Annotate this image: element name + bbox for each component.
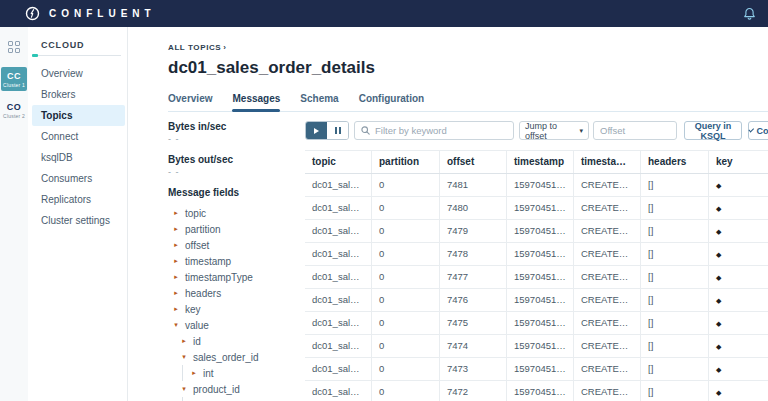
- cell-offset: 7472: [440, 381, 507, 401]
- sidebar-item-cluster-settings[interactable]: Cluster settings: [32, 210, 125, 231]
- cell-partition: 0: [372, 220, 440, 242]
- cluster-rail: CCCluster 1COCluster 2: [0, 27, 28, 401]
- cluster-initials: CC: [1, 71, 27, 81]
- cell-key: ◆: [709, 381, 768, 401]
- table-row[interactable]: dc01_sales_order_d...074811597045181204C…: [305, 174, 768, 197]
- sidebar-item-consumers[interactable]: Consumers: [32, 168, 125, 189]
- field-tree-item-product-id[interactable]: ▾product_id: [168, 381, 305, 397]
- cluster-badge-co[interactable]: COCluster 2: [1, 98, 27, 122]
- cell-topic: dc01_sales_order_d...: [305, 312, 372, 334]
- breadcrumb[interactable]: ALL TOPICS›: [168, 43, 768, 52]
- cell-partition: 0: [372, 358, 440, 380]
- query-in-ksql-button[interactable]: Query in KSQL: [684, 121, 742, 140]
- cell-key: ◆: [709, 266, 768, 288]
- field-tree-label: timestampType: [185, 272, 253, 283]
- chevron-down-icon: ▾: [180, 353, 188, 361]
- field-tree-item-value[interactable]: ▾value: [168, 317, 305, 333]
- bullet-icon: ▸: [172, 209, 180, 217]
- keyword-filter-input[interactable]: [375, 125, 507, 136]
- cell-topic: dc01_sales_order_d...: [305, 174, 372, 196]
- key-icon: ◆: [716, 205, 721, 212]
- bell-icon[interactable]: [743, 7, 756, 21]
- fields-panel-title: Message fields: [168, 187, 305, 198]
- sidebar-item-connect[interactable]: Connect: [32, 126, 125, 147]
- cell-key: ◆: [709, 197, 768, 219]
- sidebar-item-ksqldb[interactable]: ksqlDB: [32, 147, 125, 168]
- cell-timestamptype: CREATE_TIME: [574, 381, 641, 401]
- cell-offset: 7479: [440, 220, 507, 242]
- cell-timestamptype: CREATE_TIME: [574, 358, 641, 380]
- cell-offset: 7480: [440, 197, 507, 219]
- cluster-initials: CO: [1, 102, 27, 112]
- columns-button[interactable]: Columns: [748, 121, 768, 140]
- field-tree-item-partition[interactable]: ▸partition: [168, 221, 305, 237]
- cell-key: ◆: [709, 174, 768, 196]
- confluent-brand[interactable]: CONFLUENT: [25, 6, 156, 21]
- keyword-filter-box: [354, 121, 514, 140]
- sidebar-item-replicators[interactable]: Replicators: [32, 189, 125, 210]
- cell-partition: 0: [372, 174, 440, 196]
- key-icon: ◆: [716, 343, 721, 350]
- table-row[interactable]: dc01_sales_order_d...074741597045176204C…: [305, 335, 768, 358]
- bullet-icon: ▸: [190, 369, 198, 377]
- table-row[interactable]: dc01_sales_order_d...074731597045176204C…: [305, 358, 768, 381]
- pause-icon: [335, 127, 341, 134]
- field-tree-item-id[interactable]: ▸id: [168, 333, 305, 349]
- tab-overview[interactable]: Overview: [168, 93, 212, 111]
- play-button[interactable]: [306, 122, 327, 139]
- tab-configuration[interactable]: Configuration: [359, 93, 425, 111]
- cell-key: ◆: [709, 220, 768, 242]
- bullet-icon: ▸: [172, 289, 180, 297]
- metric-label: Bytes in/sec: [168, 121, 305, 133]
- column-header-timestamp: timestamp: [507, 151, 574, 173]
- table-row[interactable]: dc01_sales_order_d...074791597045181204C…: [305, 220, 768, 243]
- field-tree-item-key[interactable]: ▸key: [168, 301, 305, 317]
- cell-key: ◆: [709, 335, 768, 357]
- field-tree-item-int[interactable]: ▸int: [182, 365, 305, 381]
- cell-headers: []: [641, 266, 709, 288]
- tab-messages[interactable]: Messages: [232, 93, 280, 111]
- cell-topic: dc01_sales_order_d...: [305, 220, 372, 242]
- table-row[interactable]: dc01_sales_order_d...074801597045181204C…: [305, 197, 768, 220]
- field-tree-item-int[interactable]: ▸int: [182, 397, 305, 401]
- cell-timestamptype: CREATE_TIME: [574, 289, 641, 311]
- cell-key: ◆: [709, 243, 768, 265]
- messages-panel: Jump to offset ▾ Query in KSQL Columns: [305, 121, 768, 401]
- offset-input[interactable]: [593, 121, 677, 140]
- bullet-icon: ▸: [180, 337, 188, 345]
- cell-partition: 0: [372, 243, 440, 265]
- field-tree-item-topic[interactable]: ▸topic: [168, 205, 305, 221]
- cell-timestamptype: CREATE_TIME: [574, 220, 641, 242]
- sidebar-item-topics[interactable]: Topics: [32, 105, 125, 126]
- cell-headers: []: [641, 335, 709, 357]
- apps-grid-icon[interactable]: [8, 41, 20, 53]
- cluster-badge-cc[interactable]: CCCluster 1: [1, 67, 27, 91]
- field-tree-item-offset[interactable]: ▸offset: [168, 237, 305, 253]
- field-tree-item-timestamp[interactable]: ▸timestamp: [168, 253, 305, 269]
- field-tree-item-timestamptype[interactable]: ▸timestampType: [168, 269, 305, 285]
- table-row[interactable]: dc01_sales_order_d...074721597045171204C…: [305, 381, 768, 401]
- message-fields-panel: Bytes in/sec- -Bytes out/sec- - Message …: [168, 121, 305, 401]
- metric-value: - -: [168, 167, 305, 177]
- table-row[interactable]: dc01_sales_order_d...074771597045181204C…: [305, 266, 768, 289]
- field-tree-item-headers[interactable]: ▸headers: [168, 285, 305, 301]
- cell-offset: 7481: [440, 174, 507, 196]
- caret-down-icon: ▾: [579, 127, 583, 135]
- table-row[interactable]: dc01_sales_order_d...074761597045176204C…: [305, 289, 768, 312]
- sidebar-item-overview[interactable]: Overview: [32, 63, 125, 84]
- tab-schema[interactable]: Schema: [300, 93, 338, 111]
- play-icon: [314, 128, 319, 134]
- jump-to-offset-select[interactable]: Jump to offset ▾: [519, 121, 589, 140]
- pause-button[interactable]: [327, 122, 348, 139]
- table-row[interactable]: dc01_sales_order_d...074751597045176204C…: [305, 312, 768, 335]
- sidebar-item-brokers[interactable]: Brokers: [32, 84, 125, 105]
- column-header-topic: topic: [305, 151, 372, 173]
- columns-button-label: Columns: [756, 126, 768, 136]
- column-header-key: key: [709, 151, 768, 173]
- cell-offset: 7478: [440, 243, 507, 265]
- column-header-timestamptype: timestampType: [574, 151, 641, 173]
- field-tree-item-sales-order-id[interactable]: ▾sales_order_id: [168, 349, 305, 365]
- key-icon: ◆: [716, 251, 721, 258]
- table-row[interactable]: dc01_sales_order_d...074781597045181204C…: [305, 243, 768, 266]
- cell-timestamp: 1597045176204: [507, 358, 574, 380]
